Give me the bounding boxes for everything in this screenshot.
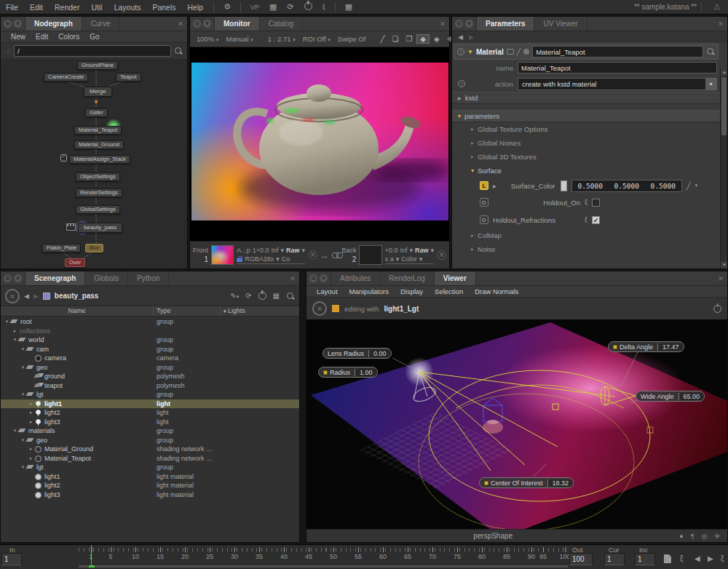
tab-python[interactable]: Python bbox=[128, 271, 169, 285]
layers-icon[interactable]: ❐ bbox=[403, 35, 415, 43]
swipe-dropdown[interactable]: Swipe Of bbox=[335, 35, 369, 43]
row-teapot[interactable]: teapotpolymesh bbox=[1, 381, 299, 391]
refresh-icon[interactable]: ⟳ bbox=[282, 2, 298, 12]
tab-catalog[interactable]: Catalog bbox=[260, 17, 303, 31]
close-icon[interactable]: ✕ bbox=[174, 17, 187, 31]
close-icon[interactable]: ✕ bbox=[286, 271, 299, 285]
close-icon[interactable]: ✕ bbox=[436, 17, 449, 31]
split-icon[interactable]: ⊕ bbox=[193, 20, 201, 28]
group-surface[interactable]: ▾ Surface bbox=[452, 164, 720, 178]
light-pin-icon[interactable]: ¶ bbox=[691, 533, 695, 540]
badge-icon[interactable] bbox=[523, 49, 529, 55]
tab-nodegraph[interactable]: Nodegraph bbox=[25, 17, 82, 31]
expander-icon[interactable]: ▸ bbox=[471, 232, 474, 239]
panel-menu-icon[interactable]: ▾ bbox=[465, 20, 473, 28]
menu-panels[interactable]: Panels bbox=[146, 3, 181, 12]
annotate-icon[interactable]: ╱ bbox=[377, 35, 387, 43]
expander-icon[interactable]: ▼ bbox=[467, 49, 473, 55]
note-icon[interactable]: ❏ bbox=[389, 35, 401, 43]
flipbook-icon[interactable] bbox=[664, 554, 671, 565]
warning-icon[interactable]: ⚠ bbox=[706, 2, 728, 12]
tab-attributes[interactable]: Attributes bbox=[331, 271, 380, 285]
scenegraph-slate-icon[interactable]: ▦ bbox=[340, 2, 357, 12]
hud-radius[interactable]: Radius1.00 bbox=[318, 367, 378, 378]
node-groundplane[interactable]: GroundPlane bbox=[77, 61, 118, 70]
help-icon[interactable]: ? bbox=[457, 48, 464, 55]
expander-icon[interactable]: ▸ bbox=[471, 154, 474, 160]
row-materials[interactable]: ▾materialsgroup bbox=[1, 426, 299, 436]
split-icon[interactable]: ⊕ bbox=[309, 274, 317, 282]
history-forward-icon[interactable]: ▶ bbox=[469, 33, 474, 41]
clear-scenegraph-icon[interactable]: ✕ bbox=[5, 289, 20, 303]
column-type[interactable]: Type bbox=[154, 306, 221, 316]
out-frame-field[interactable] bbox=[569, 553, 593, 565]
close-icon[interactable]: ✕ bbox=[714, 17, 727, 31]
comment-icon[interactable] bbox=[507, 49, 514, 55]
column-name[interactable]: Name bbox=[1, 306, 154, 316]
menu-layout[interactable]: Layout bbox=[312, 287, 342, 295]
front-thumbnail[interactable] bbox=[211, 245, 234, 265]
xa-dropdown[interactable]: x a bbox=[385, 255, 394, 263]
group-noise[interactable]: ▸ Noise bbox=[452, 242, 720, 256]
lock-icon[interactable] bbox=[237, 256, 242, 262]
scrollbar[interactable]: ▲ ▼ bbox=[720, 68, 727, 268]
row-light3-material[interactable]: light3light material bbox=[1, 490, 299, 500]
history-forward-icon[interactable]: ▶ bbox=[33, 293, 39, 300]
row-light1-selected[interactable]: ▸light1light bbox=[1, 399, 299, 409]
row-geo[interactable]: ▾geogroup bbox=[1, 363, 299, 373]
exposure-value[interactable]: 1+0.0 bbox=[253, 247, 269, 254]
search-icon[interactable] bbox=[286, 292, 295, 301]
color-values[interactable]: 0.5000 0.5000 0.5000 bbox=[571, 180, 682, 192]
dropdown-icon[interactable]: ▾ bbox=[695, 183, 698, 188]
next-frame-icon[interactable]: ▶ bbox=[708, 554, 713, 562]
viewport-3d[interactable]: Lens Radius0.00 Radius1.00 Delta Angle17… bbox=[306, 319, 727, 529]
alpha-label[interactable]: A...p bbox=[237, 247, 250, 254]
row-light1-material[interactable]: light1light material bbox=[1, 472, 299, 482]
camera-shape-name[interactable]: perspShape bbox=[306, 532, 679, 540]
holdout-refractions-checkbox[interactable]: ✓ bbox=[592, 216, 600, 224]
raw-dropdown[interactable]: Raw bbox=[415, 247, 429, 254]
node-cameracreate[interactable]: CameraCreate bbox=[44, 73, 88, 81]
hud-center-of-interest[interactable]: Center Of Interest18.32 bbox=[479, 477, 574, 488]
channels-dropdown[interactable]: RGBA28x bbox=[245, 255, 274, 263]
back-thumbnail[interactable] bbox=[359, 245, 381, 265]
split-icon[interactable]: ⊕ bbox=[4, 20, 12, 28]
row-materials-lgt[interactable]: ▾lgtgroup bbox=[1, 463, 299, 472]
link-buffers-icon[interactable] bbox=[332, 252, 339, 258]
tab-renderlog[interactable]: RenderLog bbox=[380, 271, 434, 285]
tab-parameters[interactable]: Parameters bbox=[477, 17, 534, 31]
raw-dropdown[interactable]: Raw bbox=[286, 247, 300, 254]
prev-frame-icon[interactable]: ◀ bbox=[695, 554, 700, 562]
next-keyframe-icon[interactable]: ξ bbox=[721, 554, 724, 562]
group-global-texture-options[interactable]: ▸ Global Texture Options bbox=[452, 122, 720, 136]
tab-curve[interactable]: Curve bbox=[82, 17, 120, 31]
action-select[interactable]: create with kstd material ▼ bbox=[518, 78, 717, 90]
column-lights[interactable]: ▾ Lights bbox=[221, 306, 299, 316]
clear-back-icon[interactable]: ✕ bbox=[437, 250, 446, 260]
expander-icon[interactable]: ▸ bbox=[458, 91, 462, 105]
menu-selection[interactable]: Selection bbox=[430, 287, 467, 295]
menu-display[interactable]: Display bbox=[396, 287, 427, 295]
exposure-value[interactable]: +0.0 bbox=[385, 247, 398, 254]
expander-icon[interactable]: ▸ bbox=[493, 179, 496, 193]
node-teapot[interactable]: Teapot bbox=[116, 73, 141, 81]
row-lgt[interactable]: ▾lgtgroup bbox=[1, 390, 299, 399]
panel-menu-icon[interactable]: ▾ bbox=[320, 274, 328, 282]
clear-editing-icon[interactable]: ✕ bbox=[312, 301, 327, 316]
menu-draw-normals[interactable]: Draw Normals bbox=[470, 287, 523, 295]
zoom-dropdown[interactable]: 100% ▾ bbox=[194, 35, 221, 43]
expander-icon[interactable]: ▾ bbox=[458, 113, 461, 119]
swap-buffers-icon[interactable]: ↔ bbox=[320, 250, 329, 260]
local-badge[interactable]: L bbox=[480, 181, 488, 190]
frame-ruler[interactable]: 1 5 10 15 20 25 30 35 40 45 50 55 60 65 … bbox=[79, 545, 568, 565]
current-frame-field[interactable] bbox=[604, 553, 625, 565]
color-swatch[interactable] bbox=[561, 180, 567, 191]
row-cam[interactable]: ▾camgroup bbox=[1, 345, 299, 354]
hud-wide-angle[interactable]: Wide Angle65.00 bbox=[636, 391, 705, 402]
row-light2[interactable]: ▸light2light bbox=[1, 408, 299, 418]
node-beauty-pass[interactable]: beauty_pass bbox=[78, 223, 122, 233]
menu-manipulators[interactable]: Manipulators bbox=[345, 287, 393, 295]
group-colmap[interactable]: ▸ ColMap bbox=[452, 228, 720, 242]
node-globalsettings[interactable]: GlobalSettings bbox=[76, 205, 120, 214]
hud-delta-angle[interactable]: Delta Angle17.47 bbox=[608, 341, 684, 352]
